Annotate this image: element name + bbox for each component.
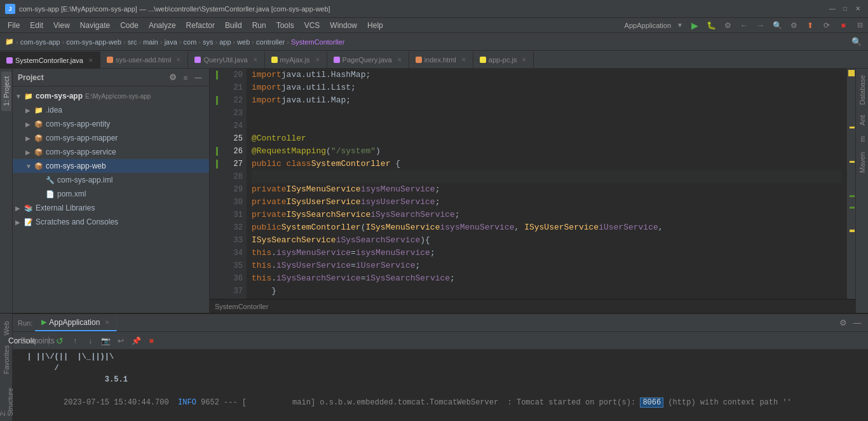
- nav-fwd-button[interactable]: →: [755, 20, 766, 31]
- menu-window[interactable]: Window: [325, 20, 362, 31]
- line-num: 32: [224, 221, 243, 234]
- close-button[interactable]: ✕: [853, 4, 863, 14]
- endpoints-tab-button[interactable]: Endpoints: [31, 334, 44, 348]
- maven-tab[interactable]: Maven: [857, 148, 867, 177]
- code-content[interactable]: import java.util.HashMap; import java.ut…: [247, 69, 846, 299]
- restart-button[interactable]: ↺: [53, 334, 67, 348]
- wrap-button[interactable]: ↩: [114, 334, 128, 348]
- js-file-icon: [271, 57, 278, 63]
- tree-item-scratches[interactable]: ▶ 📝 Scratches and Consoles: [13, 215, 209, 229]
- tree-item-pom[interactable]: ▶ 📄 pom.xml: [13, 187, 209, 201]
- sidebar-collapse-button[interactable]: —: [193, 72, 204, 83]
- menu-code[interactable]: Code: [115, 20, 144, 31]
- stop-button[interactable]: ■: [837, 20, 849, 31]
- nav-main[interactable]: main: [143, 38, 158, 46]
- project-side-tab[interactable]: 1: Project: [1, 71, 11, 111]
- nav-java[interactable]: java: [165, 38, 177, 46]
- console-output: | ||\/(|| |\_||)|\ / 3.5.1 2023-07-15 15…: [13, 350, 868, 421]
- tab-app-pc[interactable]: app-pc.js ✕: [473, 52, 534, 68]
- clear-button[interactable]: ■: [144, 334, 158, 348]
- menu-tools[interactable]: Tools: [271, 20, 299, 31]
- code-line-37: }: [252, 285, 841, 298]
- window-list-button[interactable]: ⊟: [854, 20, 865, 31]
- nav-com[interactable]: com: [184, 38, 197, 46]
- screenshot-button[interactable]: 📷: [98, 334, 112, 348]
- minimize-button[interactable]: —: [827, 4, 837, 14]
- favorites-side-tab[interactable]: Favorites: [1, 340, 11, 379]
- pin-button[interactable]: 📌: [129, 334, 143, 348]
- line-num: 21: [224, 81, 243, 94]
- tree-item-mapper[interactable]: ▶ 📦 com-sys-app-mapper: [13, 131, 209, 145]
- html-file-icon2: [416, 57, 422, 63]
- menu-edit[interactable]: Edit: [25, 20, 48, 31]
- tab-systemcontorller[interactable]: SystemContorller.java ✕: [0, 52, 100, 68]
- nav-back-button[interactable]: ←: [738, 20, 750, 31]
- nav-controller[interactable]: controller: [256, 38, 285, 46]
- tab-close-button[interactable]: ✕: [397, 57, 402, 63]
- database-tab[interactable]: Database: [857, 71, 867, 109]
- tab-queryutil[interactable]: QueryUtil.java ✕: [188, 52, 264, 68]
- structure-side-tab[interactable]: 2: Structure: [0, 380, 15, 421]
- run-button[interactable]: ▶: [689, 20, 700, 31]
- tab-index-html[interactable]: index.html ✕: [409, 52, 473, 68]
- code-view[interactable]: 20 21 22 23 24 25 26 27 28 29 30 31 32 3…: [210, 69, 855, 299]
- tree-item-idea[interactable]: ▶ 📁 .idea: [13, 103, 209, 117]
- nav-web[interactable]: web: [237, 38, 250, 46]
- tab-sys-user-add[interactable]: sys-user-add.html ✕: [100, 52, 188, 68]
- menu-refactor[interactable]: Refactor: [181, 20, 220, 31]
- tab-myajax[interactable]: myAjax.js ✕: [265, 52, 327, 68]
- tree-item-iml[interactable]: ▶ 🔧 com-sys-app.iml: [13, 173, 209, 187]
- sidebar-settings-button[interactable]: ⚙: [167, 72, 179, 83]
- menu-analyze[interactable]: Analyze: [144, 20, 181, 31]
- tree-item-service[interactable]: ▶ 📦 com-sys-app-service: [13, 145, 209, 159]
- run-tab-close[interactable]: ✕: [105, 319, 110, 326]
- nav-systemcontorller[interactable]: SystemContorller: [291, 38, 344, 46]
- tab-close-button[interactable]: ✕: [461, 57, 466, 63]
- debug-button[interactable]: 🐛: [705, 20, 717, 31]
- down-button[interactable]: ↓: [83, 334, 97, 348]
- nav-com-sys-app-web[interactable]: com-sys-app-web: [66, 38, 121, 46]
- more-run-button[interactable]: ⚙: [722, 20, 733, 31]
- line-num: 36: [224, 272, 243, 285]
- tree-item-entity[interactable]: ▶ 📦 com-sys-app-entity: [13, 117, 209, 131]
- code-line-20: import java.util.HashMap;: [252, 69, 841, 81]
- menu-build[interactable]: Build: [220, 20, 247, 31]
- m-tab[interactable]: m: [857, 132, 867, 146]
- nav-com-sys-app[interactable]: com-sys-app: [20, 38, 60, 46]
- tab-close-button[interactable]: ✕: [88, 57, 93, 64]
- ant-tab[interactable]: Ant: [857, 111, 867, 130]
- maximize-button[interactable]: □: [840, 4, 850, 14]
- tab-close-button[interactable]: ✕: [315, 57, 320, 63]
- up-button[interactable]: ↑: [68, 334, 82, 348]
- line-numbers: 20 21 22 23 24 25 26 27 28 29 30 31 32 3…: [224, 69, 247, 299]
- git-button[interactable]: ⬆: [804, 20, 816, 31]
- project-sidebar: Project ⚙ ≡ — ▼ 📁 com-sys-app E:\MyApp\c…: [13, 69, 210, 313]
- settings-button[interactable]: ⚙: [788, 20, 799, 31]
- sidebar-layout-button[interactable]: ≡: [180, 72, 191, 83]
- nav-app[interactable]: app: [219, 38, 231, 46]
- web-side-tab[interactable]: Web: [1, 316, 11, 340]
- tab-close-button[interactable]: ✕: [253, 57, 258, 63]
- tree-item-web[interactable]: ▼ 📦 com-sys-app-web: [13, 159, 209, 173]
- tab-close-button[interactable]: ✕: [522, 57, 527, 63]
- nav-src[interactable]: src: [128, 38, 137, 46]
- tab-close-button[interactable]: ✕: [176, 57, 181, 63]
- search-everywhere-button[interactable]: 🔍: [771, 20, 783, 31]
- menu-file[interactable]: File: [3, 20, 25, 31]
- menu-view[interactable]: View: [48, 20, 75, 31]
- run-config-dropdown[interactable]: ▼: [676, 22, 684, 29]
- html-file-icon: [107, 57, 113, 63]
- tab-pagequery[interactable]: PageQuery.java ✕: [327, 52, 409, 68]
- tree-item-com-sys-app[interactable]: ▼ 📁 com-sys-app E:\MyApp\com-sys-app: [13, 89, 209, 103]
- run-tab-appapplication[interactable]: ▶ AppApplication ✕: [35, 315, 117, 331]
- menu-vcs[interactable]: VCS: [299, 20, 325, 31]
- menu-run[interactable]: Run: [247, 20, 271, 31]
- update-button[interactable]: ⟳: [821, 20, 832, 31]
- search-nav-button[interactable]: 🔍: [850, 36, 863, 48]
- run-settings-button[interactable]: ⚙: [837, 317, 849, 329]
- nav-sys[interactable]: sys: [203, 38, 214, 46]
- menu-help[interactable]: Help: [362, 20, 388, 31]
- run-minimize-button[interactable]: —: [851, 317, 863, 329]
- tree-item-libraries[interactable]: ▶ 📚 External Libraries: [13, 201, 209, 215]
- menu-navigate[interactable]: Navigate: [75, 20, 115, 31]
